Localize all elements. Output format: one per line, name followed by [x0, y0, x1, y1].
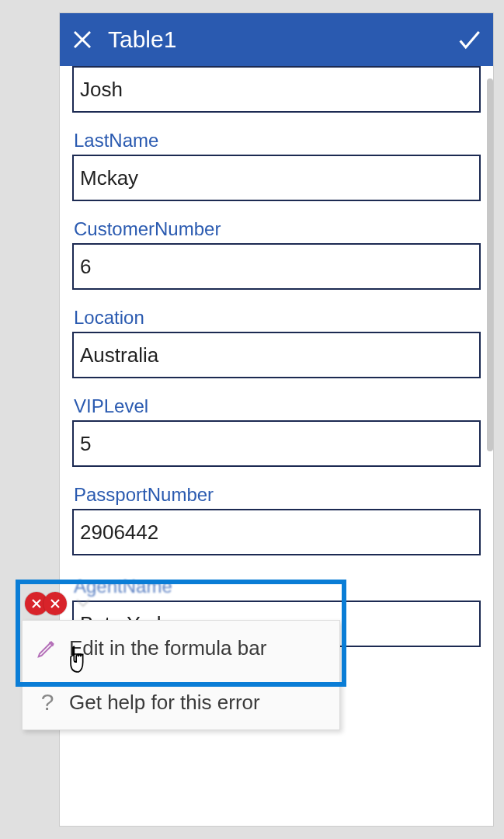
firstname-input[interactable] — [72, 66, 481, 113]
error-context-menu: Edit in the formula bar ? Get help for t… — [22, 620, 340, 730]
field-firstname — [72, 66, 481, 113]
menu-edit-formula[interactable]: Edit in the formula bar — [23, 621, 339, 675]
field-passportnumber: PassportNumber — [72, 484, 481, 555]
agentname-label: AgentName — [72, 576, 481, 597]
pencil-icon — [33, 636, 61, 660]
header-bar: Table1 — [60, 13, 493, 66]
form-body: LastName CustomerNumber Location VIPLeve… — [60, 66, 493, 663]
scrollbar-thumb[interactable] — [487, 78, 493, 451]
viplevel-input[interactable] — [72, 420, 481, 467]
menu-get-help[interactable]: ? Get help for this error — [23, 675, 339, 729]
location-label: Location — [72, 307, 481, 329]
question-icon: ? — [33, 691, 61, 714]
viplevel-label: VIPLevel — [72, 395, 481, 417]
menu-edit-formula-label: Edit in the formula bar — [69, 636, 266, 660]
passportnumber-label: PassportNumber — [72, 484, 481, 506]
field-customernumber: CustomerNumber — [72, 218, 481, 290]
customernumber-label: CustomerNumber — [72, 218, 481, 240]
close-icon[interactable] — [71, 28, 94, 51]
error-badge-icon[interactable] — [43, 592, 67, 615]
passportnumber-input[interactable] — [72, 509, 481, 555]
menu-get-help-label: Get help for this error — [69, 691, 260, 715]
lastname-label: LastName — [72, 130, 481, 151]
error-badges — [25, 592, 62, 615]
field-location: Location — [72, 307, 481, 378]
lastname-input[interactable] — [72, 155, 481, 201]
header-title: Table1 — [108, 26, 456, 53]
chevron-down-icon — [75, 597, 92, 609]
field-viplevel: VIPLevel — [72, 395, 481, 467]
customernumber-input[interactable] — [72, 243, 481, 290]
check-icon[interactable] — [456, 26, 482, 53]
field-lastname: LastName — [72, 130, 481, 201]
location-input[interactable] — [72, 332, 481, 378]
